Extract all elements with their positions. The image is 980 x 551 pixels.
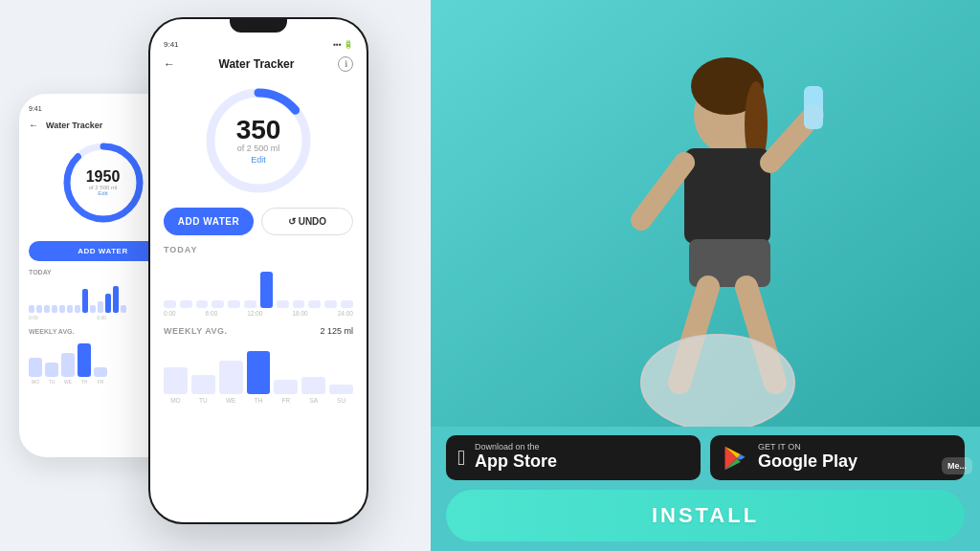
google-play-sub: GET IT ON xyxy=(758,443,858,452)
bar-12 xyxy=(113,286,119,313)
mwbar-tu xyxy=(191,375,215,394)
bar-5 xyxy=(59,305,65,313)
mwbar-we xyxy=(219,361,243,394)
info-icon[interactable]: ℹ xyxy=(338,56,353,72)
bar-3 xyxy=(44,305,50,313)
bar-13 xyxy=(121,305,126,313)
undo-button[interactable]: ↺ UNDO xyxy=(261,208,353,235)
mday-su: SU xyxy=(329,397,353,404)
phone-notch xyxy=(230,19,287,33)
mbar-4 xyxy=(212,300,224,308)
progress-circle-bg: 1950 of 2 500 ml Edit xyxy=(60,140,146,226)
main-status-bar: 9:41 ▪▪▪ 🔋 xyxy=(164,40,353,49)
install-label: INSTALL xyxy=(652,503,759,527)
day-tu: TU xyxy=(45,379,58,385)
install-button[interactable]: INSTALL xyxy=(446,490,965,541)
apple-icon:  xyxy=(457,446,465,471)
mbar-11 xyxy=(324,300,337,308)
main-weekly-bars xyxy=(164,342,353,394)
main-progress-circle: 350 of 2 500 ml Edit xyxy=(201,83,316,198)
main-time-labels: 0:00 6:00 12:00 18:00 24:00 xyxy=(164,310,353,317)
google-play-button[interactable]: GET IT ON Google Play xyxy=(710,435,965,480)
wbar-we xyxy=(61,353,75,377)
day-we: WE xyxy=(61,379,75,385)
day-th: TH xyxy=(78,379,91,385)
bar-active xyxy=(82,289,88,313)
bar-10 xyxy=(98,301,103,313)
main-back-arrow[interactable]: ← xyxy=(164,57,175,71)
main-signal: ▪▪▪ 🔋 xyxy=(333,40,353,49)
bar-4 xyxy=(52,305,57,313)
main-circle-value: 350 xyxy=(236,117,281,143)
mwbar-th-active xyxy=(247,351,271,394)
main-header: ← Water Tracker ℹ xyxy=(164,56,353,72)
circle-edit-bg[interactable]: Edit xyxy=(86,190,121,196)
mbar-9 xyxy=(293,300,305,308)
mday-mo: MO xyxy=(164,397,188,404)
back-arrow-bg[interactable]: ← xyxy=(29,120,38,130)
mtime-18: 18:00 xyxy=(292,310,307,317)
circle-inner-bg: 1950 of 2 500 ml Edit xyxy=(86,169,121,196)
store-buttons:  Download on the App Store GET IT ON Go… xyxy=(446,435,965,480)
mbar-12 xyxy=(341,300,353,308)
bar-7 xyxy=(75,305,80,313)
app-store-name: App Store xyxy=(475,452,557,473)
main-title: Water Tracker xyxy=(219,57,295,71)
svg-rect-8 xyxy=(684,148,770,244)
phone-main: 9:41 ▪▪▪ 🔋 ← Water Tracker ℹ 350 of 2 50… xyxy=(148,17,368,524)
right-panel:  Download on the App Store GET IT ON Go… xyxy=(431,0,980,551)
main-day-labels: MO TU WE TH FR SA SU xyxy=(164,397,353,404)
bar-2 xyxy=(36,305,42,313)
wbar-th-active xyxy=(78,343,91,377)
time-bg: 9:41 xyxy=(29,105,42,112)
mday-sa: SA xyxy=(301,397,325,404)
add-water-button-main[interactable]: ADD WATER xyxy=(164,208,254,235)
mday-th: TH xyxy=(247,397,271,404)
app-store-button[interactable]:  Download on the App Store xyxy=(446,435,701,480)
mwbar-fr xyxy=(274,380,298,394)
main-bar-chart xyxy=(164,260,353,308)
mbar-2 xyxy=(180,300,192,308)
mtime-6: 6:00 xyxy=(206,310,218,317)
mtime-12: 12:00 xyxy=(247,310,262,317)
bottom-overlay:  Download on the App Store GET IT ON Go… xyxy=(431,424,980,551)
mbar-8 xyxy=(277,300,289,308)
mbar-6 xyxy=(244,300,256,308)
google-play-text: GET IT ON Google Play xyxy=(758,443,858,473)
weekly-section: WEEKLY AVG. 2 125 ml xyxy=(164,326,353,336)
mbar-1 xyxy=(164,300,176,308)
bar-9 xyxy=(90,305,96,313)
mwbar-mo xyxy=(164,367,188,394)
main-circle-edit[interactable]: Edit xyxy=(236,155,281,165)
hero-image-area xyxy=(431,0,980,427)
bar-1 xyxy=(29,305,34,313)
mday-fr: FR xyxy=(274,397,298,404)
main-screen: 9:41 ▪▪▪ 🔋 ← Water Tracker ℹ 350 of 2 50… xyxy=(150,33,367,417)
main-circle-inner: 350 of 2 500 ml Edit xyxy=(236,117,281,165)
watermark: Me... xyxy=(942,457,972,474)
google-play-name: Google Play xyxy=(758,452,858,473)
day-fr: FR xyxy=(94,379,107,385)
wbar-mo xyxy=(29,358,42,377)
time-6: 6:00 xyxy=(97,315,106,320)
wbar-fr xyxy=(94,367,107,377)
circle-value-bg: 1950 xyxy=(86,169,121,185)
mtime-0: 0:00 xyxy=(164,310,176,317)
mbar-3 xyxy=(196,300,209,308)
mwbar-sa xyxy=(301,377,325,394)
left-panel: 9:41 ▪▪▪ ← Water Tracker 1950 of 2 500 m… xyxy=(0,0,431,551)
mday-we: WE xyxy=(219,397,243,404)
weekly-avg-value: 2 125 ml xyxy=(320,326,353,336)
mday-tu: TU xyxy=(191,397,215,404)
day-mo: MO xyxy=(29,379,42,385)
main-time: 9:41 xyxy=(164,40,179,49)
weekly-title: WEEKLY AVG. xyxy=(164,326,228,336)
time-0: 0:00 xyxy=(29,315,38,320)
svg-rect-12 xyxy=(804,86,823,129)
mbar-10 xyxy=(308,300,321,308)
hero-svg xyxy=(431,0,980,427)
main-circle-container: 350 of 2 500 ml Edit xyxy=(164,83,353,198)
mbar-5 xyxy=(228,300,240,308)
bar-11 xyxy=(105,294,111,313)
mwbar-su xyxy=(329,385,353,394)
